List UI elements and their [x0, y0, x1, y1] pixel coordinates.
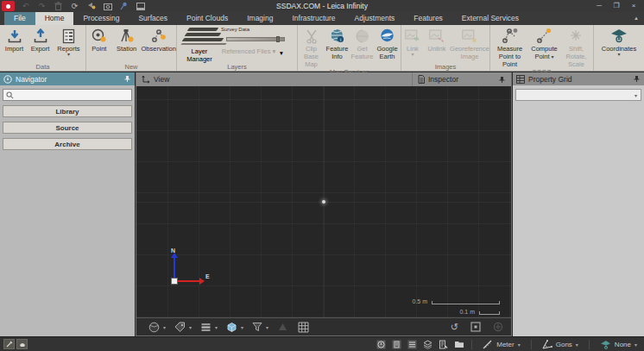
tab-processing[interactable]: Processing	[73, 12, 129, 25]
filter-icon	[252, 322, 262, 332]
navigator-search[interactable]	[3, 89, 132, 101]
statusbar-panel-toggles	[376, 340, 464, 349]
quick-access-toolbar: ↶ ↷ ⟳	[2, 0, 146, 12]
coordinate-system-selector[interactable]: None ▾	[597, 340, 641, 349]
tab-surfaces[interactable]: Surfaces	[129, 12, 177, 25]
measure-point-to-point-button[interactable]: Measure Point to Point	[491, 27, 529, 68]
coordinates-dropdown-icon[interactable]: ▾	[617, 53, 620, 57]
layers-more-dropdown-icon[interactable]: ▾	[280, 49, 283, 57]
window-layout-icon[interactable]	[135, 1, 146, 11]
statusbar-layers-icon[interactable]	[423, 340, 432, 349]
navigator-section-library[interactable]: Library	[3, 105, 132, 117]
point-button[interactable]: Point	[86, 27, 112, 53]
axis-indicator: N E	[171, 248, 214, 285]
svg-text:i: i	[340, 37, 341, 42]
compute-point-button[interactable]: Compute Point ▾	[529, 27, 560, 60]
tab-home[interactable]: Home	[35, 12, 74, 25]
link-image-button[interactable]: Link ▾	[401, 27, 424, 57]
georeference-image-button[interactable]: Georeference Image	[450, 27, 489, 60]
snapshot-icon[interactable]	[102, 1, 113, 11]
zoom-extents-button[interactable]	[470, 322, 481, 332]
tab-point-clouds[interactable]: Point Clouds	[177, 12, 237, 25]
layer-visibility-dropdown-icon[interactable]: ▾	[215, 324, 218, 330]
observation-button[interactable]: Observation	[141, 27, 176, 53]
statusbar-navigator-icon[interactable]	[376, 340, 386, 349]
navigator-pin-icon[interactable]	[123, 75, 131, 83]
statusbar-left-button-1[interactable]	[3, 339, 15, 349]
clip-base-map-icon	[304, 27, 319, 45]
compute-point-dropdown-icon: ▾	[552, 54, 554, 60]
minimize-button[interactable]: ─	[590, 0, 608, 12]
statusbar-property-grid-icon[interactable]	[407, 340, 417, 349]
feature-info-button[interactable]: i Feature Info	[325, 27, 350, 60]
navigator-section-archive[interactable]: Archive	[3, 138, 132, 150]
import-button[interactable]: Import	[2, 27, 28, 53]
property-grid-title: Property Grid	[528, 75, 572, 84]
grid-toggle-button[interactable]	[293, 320, 314, 335]
tab-view[interactable]: View	[136, 72, 413, 86]
collapse-ribbon-icon[interactable]: ▲	[628, 12, 644, 25]
tab-adjustments[interactable]: Adjustments	[345, 12, 405, 25]
export-button[interactable]: Export	[28, 27, 54, 53]
fullscreen-button[interactable]	[493, 322, 503, 332]
north-arrow-toggle-button[interactable]	[273, 320, 293, 335]
reports-button[interactable]: Reports ▾	[54, 27, 85, 57]
statusbar-left-button-2[interactable]	[16, 339, 28, 349]
sync-icon[interactable]: ⟳	[69, 1, 80, 11]
layer-manager-button[interactable]: Layer Manager	[181, 47, 218, 63]
tab-inspector[interactable]: Inspector	[413, 72, 511, 86]
station-button[interactable]: Station	[112, 27, 142, 53]
pin-icon[interactable]	[118, 1, 129, 11]
referenced-files-button[interactable]: Referenced Files ▾	[218, 47, 280, 55]
statusbar-inspector-icon[interactable]	[392, 340, 401, 349]
view-axes-icon	[142, 75, 150, 84]
map-canvas[interactable]: N E 0.5 m 0.1 m	[136, 86, 511, 317]
close-button[interactable]: ×	[625, 0, 642, 12]
property-object-selector[interactable]: ▾	[515, 89, 641, 101]
undo-icon[interactable]: ↶	[20, 1, 31, 11]
layer-visibility-button[interactable]: ▾	[196, 320, 222, 335]
reset-rotation-button[interactable]: ↺	[451, 323, 458, 332]
label-style-button[interactable]: ▾	[170, 320, 196, 335]
leica-logo-icon[interactable]	[2, 1, 15, 11]
window-controls: ─ ❐ ×	[590, 0, 642, 12]
distance-unit-selector[interactable]: Meter ▾	[479, 340, 523, 349]
maximize-button[interactable]: ❐	[608, 0, 625, 12]
tab-external-services[interactable]: External Services	[452, 12, 528, 25]
view-3d-dropdown-icon[interactable]: ▾	[241, 324, 243, 330]
unlink-image-button[interactable]: Unlink	[424, 27, 450, 53]
render-mode-dropdown-icon[interactable]: ▾	[163, 324, 166, 330]
coordinate-system-icon	[600, 340, 611, 349]
filter-dropdown-icon[interactable]: ▾	[266, 324, 268, 330]
feedback-icon[interactable]	[85, 1, 97, 11]
delete-icon[interactable]	[53, 1, 64, 11]
statusbar-report-icon[interactable]	[439, 340, 448, 349]
ribbon-tabbar: File Home Processing Surfaces Point Clou…	[0, 12, 644, 25]
reports-dropdown-icon[interactable]: ▾	[67, 53, 70, 57]
navigator-section-source[interactable]: Source	[3, 122, 132, 134]
google-earth-button[interactable]: Google Earth	[375, 27, 401, 60]
label-style-dropdown-icon[interactable]: ▾	[189, 324, 192, 330]
tab-features[interactable]: Features	[404, 12, 452, 25]
shift-rotate-scale-button[interactable]: Shift, Rotate, Scale	[560, 27, 593, 68]
tab-imaging[interactable]: Imaging	[237, 12, 282, 25]
tab-infrastructure[interactable]: Infrastructure	[282, 12, 344, 25]
angle-unit-selector[interactable]: Gons ▾	[539, 340, 582, 349]
statusbar-folder-icon[interactable]	[454, 340, 464, 348]
view-pin-icon[interactable]	[498, 76, 506, 84]
scale-bar-major-bracket	[432, 301, 500, 304]
referenced-files-dropdown-icon: ▾	[273, 47, 276, 55]
get-feature-button[interactable]: Get Feature	[350, 27, 375, 60]
coordinates-button[interactable]: Coordinates ▾	[597, 27, 641, 57]
shift-rotate-scale-icon	[568, 27, 584, 45]
filter-button[interactable]: ▾	[248, 320, 273, 335]
georeference-image-icon	[462, 27, 478, 45]
redo-icon[interactable]: ↷	[36, 1, 47, 11]
property-grid-pin-icon[interactable]	[633, 75, 641, 83]
view-3d-button[interactable]: ▾	[222, 320, 248, 335]
clip-base-map-button[interactable]: Clip Base Map	[299, 27, 325, 68]
scale-bar-minor: 0.1 m	[459, 309, 500, 315]
render-mode-button[interactable]: ▾	[144, 320, 170, 335]
tab-file[interactable]: File	[4, 12, 35, 25]
search-input[interactable]	[16, 91, 129, 100]
